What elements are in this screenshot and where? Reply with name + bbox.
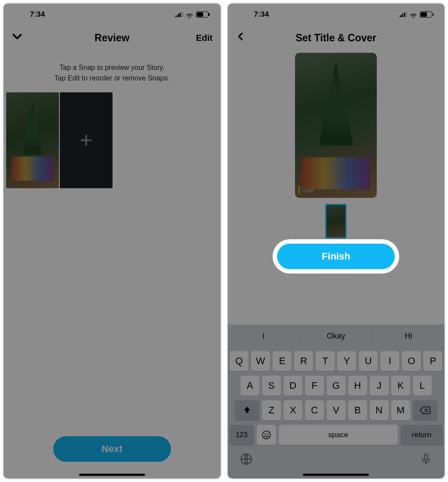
keyboard-suggestions: I Okay Hi xyxy=(228,325,445,347)
globe-icon xyxy=(240,453,252,465)
title-input[interactable]: Title xyxy=(299,186,313,194)
suggestion[interactable]: Okay xyxy=(300,332,372,341)
phone-left: 7:34 Review Edit Tap a Snap to preview y… xyxy=(3,3,222,479)
cover-option-selected[interactable] xyxy=(325,204,346,238)
dictation-key[interactable] xyxy=(420,453,432,467)
key-z[interactable]: Z xyxy=(262,400,281,420)
key-a[interactable]: A xyxy=(240,376,259,396)
next-button[interactable]: Next xyxy=(53,436,171,462)
page-title: Review xyxy=(95,32,129,44)
return-key[interactable]: return xyxy=(401,425,443,445)
key-s[interactable]: S xyxy=(262,376,281,396)
microphone-icon xyxy=(420,453,432,465)
home-indicator[interactable] xyxy=(303,474,369,476)
key-l[interactable]: L xyxy=(413,376,432,396)
cellular-icon xyxy=(175,12,183,17)
status-bar: 7:34 xyxy=(4,4,221,26)
status-time: 7:34 xyxy=(30,10,45,19)
instructions: Tap a Snap to preview your Story. Tap Ed… xyxy=(4,50,221,89)
emoji-icon xyxy=(261,430,272,440)
home-indicator[interactable] xyxy=(79,474,145,476)
nav-header: Set Title & Cover xyxy=(228,26,445,50)
plus-icon xyxy=(79,133,93,147)
add-snap-button[interactable] xyxy=(60,92,113,188)
chevron-left-icon xyxy=(236,32,245,41)
key-q[interactable]: Q xyxy=(229,351,248,371)
key-c[interactable]: C xyxy=(305,400,324,420)
numbers-key[interactable]: 123 xyxy=(229,425,254,445)
globe-key[interactable] xyxy=(240,453,252,467)
backspace-key[interactable] xyxy=(413,400,437,420)
key-f[interactable]: F xyxy=(305,376,324,396)
key-g[interactable]: G xyxy=(327,376,346,396)
key-h[interactable]: H xyxy=(348,376,367,396)
wifi-icon xyxy=(186,11,193,18)
wifi-icon xyxy=(409,11,417,18)
shift-icon xyxy=(242,405,252,415)
svg-point-2 xyxy=(267,434,268,435)
key-d[interactable]: D xyxy=(284,376,302,396)
backspace-icon xyxy=(419,405,431,415)
status-time: 7:34 xyxy=(254,10,269,19)
cover-preview[interactable]: Title xyxy=(295,53,377,198)
key-t[interactable]: T xyxy=(316,351,335,371)
instruction-line: Tap Edit to reorder or remove Snaps. xyxy=(12,73,212,84)
page-title: Set Title & Cover xyxy=(295,32,376,44)
key-x[interactable]: X xyxy=(284,400,302,420)
nav-header: Review Edit xyxy=(4,26,221,50)
status-icons xyxy=(175,11,208,18)
key-i[interactable]: I xyxy=(380,351,399,371)
key-v[interactable]: V xyxy=(327,400,346,420)
svg-point-1 xyxy=(264,434,266,435)
key-m[interactable]: M xyxy=(391,400,410,420)
emoji-key[interactable] xyxy=(257,425,276,445)
key-y[interactable]: Y xyxy=(337,351,356,371)
space-key[interactable]: space xyxy=(279,425,398,445)
cellular-icon xyxy=(400,12,407,17)
svg-point-0 xyxy=(262,431,270,439)
key-e[interactable]: E xyxy=(273,351,291,371)
shift-key[interactable] xyxy=(235,400,259,420)
suggestion[interactable]: I xyxy=(228,332,300,341)
key-r[interactable]: R xyxy=(294,351,313,371)
key-k[interactable]: K xyxy=(391,376,410,396)
chevron-down-icon xyxy=(11,31,23,42)
key-o[interactable]: O xyxy=(402,351,421,371)
cover-selector xyxy=(228,204,445,238)
key-p[interactable]: P xyxy=(423,351,442,371)
snap-thumbnail[interactable] xyxy=(6,92,59,188)
key-b[interactable]: B xyxy=(348,400,367,420)
key-u[interactable]: U xyxy=(359,351,378,371)
snap-list xyxy=(4,89,221,188)
status-icons xyxy=(400,11,433,18)
key-w[interactable]: W xyxy=(251,351,270,371)
key-n[interactable]: N xyxy=(370,400,389,420)
battery-icon xyxy=(420,11,432,18)
svg-rect-4 xyxy=(425,454,428,460)
instruction-line: Tap a Snap to preview your Story. xyxy=(12,62,212,73)
battery-icon xyxy=(196,11,208,18)
keyboard: I Okay Hi QWERTYUIOP ASDFGHJKL ZXCVBNM 1… xyxy=(228,325,445,478)
edit-button[interactable]: Edit xyxy=(196,33,213,43)
suggestion[interactable]: Hi xyxy=(372,332,444,341)
nav-back-button[interactable] xyxy=(236,32,245,44)
nav-back-button[interactable] xyxy=(11,31,23,45)
status-bar: 7:34 xyxy=(228,4,445,26)
finish-button[interactable]: Finish xyxy=(277,244,395,269)
phone-right: 7:34 Set Title & Cover Title Finish I Ok… xyxy=(227,3,446,479)
key-j[interactable]: J xyxy=(370,376,389,396)
